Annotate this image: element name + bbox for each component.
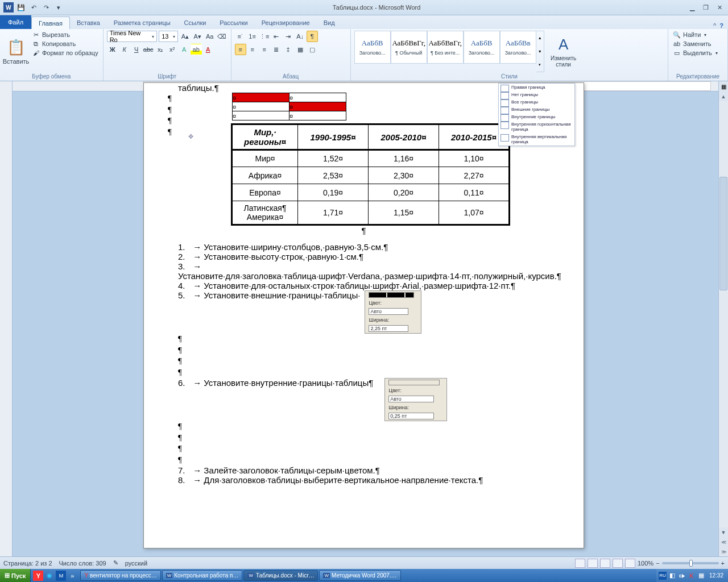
task-item-3[interactable]: WМетодичка Word 2007.… xyxy=(319,570,400,581)
redo-icon[interactable]: ↷ xyxy=(41,2,51,13)
tab-review[interactable]: Рецензирование xyxy=(255,16,317,29)
italic-button[interactable]: К xyxy=(119,44,130,55)
increase-indent-button[interactable]: ⇥ xyxy=(283,31,294,42)
border-menu-item[interactable]: Все границы xyxy=(499,98,574,106)
tray-icon-1[interactable]: ◧ xyxy=(668,572,676,580)
tab-references[interactable]: Ссылки xyxy=(177,16,213,29)
tab-mailings[interactable]: Рассылки xyxy=(213,16,254,29)
shrink-font-button[interactable]: A▾ xyxy=(192,31,203,42)
tray-icon-2[interactable]: 🕪 xyxy=(678,572,686,580)
highlight-button[interactable]: ab xyxy=(191,44,202,55)
font-name-combo[interactable]: Times New Ro▾ xyxy=(107,31,158,42)
subscript-button[interactable]: x₂ xyxy=(155,44,166,55)
justify-button[interactable]: ≣ xyxy=(271,44,282,55)
zoom-slider[interactable] xyxy=(662,562,719,564)
border-menu-item[interactable]: Внутренняя горизонтальная граница xyxy=(499,120,574,133)
bullets-button[interactable]: ≡˙ xyxy=(235,31,246,42)
decrease-indent-button[interactable]: ⇤ xyxy=(271,31,282,42)
task-item-1[interactable]: WКонтрольная работа п… xyxy=(162,570,243,581)
show-paragraph-marks-button[interactable]: ¶ xyxy=(307,31,318,42)
style-item-4[interactable]: АаБбВвЗаголово... xyxy=(500,31,536,64)
find-button[interactable]: 🔍Найти▾ xyxy=(672,31,719,39)
task-item-2[interactable]: WТаблицы.docx - Micr… xyxy=(243,570,318,581)
task-item-0[interactable]: Yвентилятор на процесс… xyxy=(80,570,160,581)
change-case-button[interactable]: Aa xyxy=(204,31,215,42)
ruler-toggle[interactable]: ▦ xyxy=(718,81,728,92)
style-item-2[interactable]: АаБбВвГг,¶ Без инте... xyxy=(427,31,464,64)
line-spacing-button[interactable]: ‡ xyxy=(283,44,294,55)
grow-font-button[interactable]: A▴ xyxy=(180,31,191,42)
style-scroll[interactable]: ▲▼▾ xyxy=(536,31,544,72)
tab-page-layout[interactable]: Разметка страницы xyxy=(107,16,177,29)
start-button[interactable]: ⊞ Пуск xyxy=(0,569,31,582)
vertical-scrollbar[interactable]: ▲ ▼ ≪ ≫ xyxy=(718,92,728,556)
align-right-button[interactable]: ≡ xyxy=(259,44,270,55)
tab-insert[interactable]: Вставка xyxy=(70,16,107,29)
word-icon[interactable]: W xyxy=(3,2,14,13)
border-menu-item[interactable]: Нет границы xyxy=(499,91,574,98)
tray-icon-3[interactable]: K xyxy=(688,572,696,580)
bold-button[interactable]: Ж xyxy=(107,44,118,55)
border-menu-item[interactable]: Внутренние границы xyxy=(499,113,574,120)
style-item-1[interactable]: АаБбВвГг,¶ Обычный xyxy=(391,31,427,64)
scroll-down-icon[interactable]: ▼ xyxy=(719,527,728,537)
clock[interactable]: 12:32 xyxy=(707,572,726,579)
border-menu-item[interactable]: Внутренняя вертикальная граница xyxy=(499,133,574,146)
strikethrough-button[interactable]: abc xyxy=(143,44,154,55)
view-print-layout-button[interactable] xyxy=(575,559,585,568)
lang-indicator[interactable]: RU xyxy=(659,572,667,580)
tab-home[interactable]: Главная xyxy=(31,16,70,29)
clear-formatting-button[interactable]: ⌫ xyxy=(217,31,228,42)
view-outline-button[interactable] xyxy=(613,559,623,568)
scroll-up-icon[interactable]: ▲ xyxy=(719,92,728,101)
border-menu-item[interactable]: Правая граница xyxy=(499,84,574,91)
sort-button[interactable]: A↓ xyxy=(295,31,306,42)
borders-button[interactable]: ▢ xyxy=(307,44,318,55)
undo-icon[interactable]: ↶ xyxy=(28,2,39,13)
multilevel-list-button[interactable]: ⋮≡ xyxy=(259,31,270,42)
status-language[interactable]: русский xyxy=(125,560,147,567)
font-color-button[interactable]: A xyxy=(202,44,214,55)
ribbon-minimize-icon[interactable]: ^ xyxy=(713,22,716,29)
status-page[interactable]: Страница: 2 из 2 xyxy=(3,560,52,567)
shading-button[interactable]: ▦ xyxy=(295,44,306,55)
cut-button[interactable]: ✂Вырезать xyxy=(31,31,100,39)
font-size-combo[interactable]: 13▾ xyxy=(159,31,178,42)
page-content[interactable]: таблицы.¶ ¤¤ ¤¤ ¤¤ ¶¶¶¶ Правая граница Н… xyxy=(144,83,584,502)
align-center-button[interactable]: ≡ xyxy=(247,44,258,55)
help-icon[interactable]: ? xyxy=(719,22,723,29)
tray-icon-4[interactable]: ▦ xyxy=(697,572,705,580)
tab-view[interactable]: Вид xyxy=(317,16,342,29)
vertical-ruler[interactable] xyxy=(0,81,13,556)
border-menu-item[interactable]: Внешние границы xyxy=(499,106,574,113)
table-move-handle-icon[interactable]: ✥ xyxy=(188,133,193,140)
ql-expand-icon[interactable]: » xyxy=(67,571,77,581)
change-styles-button[interactable]: A Изменить стили xyxy=(547,31,581,72)
zoom-out-button[interactable]: − xyxy=(656,560,659,567)
status-word-count[interactable]: Число слов: 309 xyxy=(59,560,106,567)
underline-button[interactable]: Ч xyxy=(131,44,142,55)
style-item-3[interactable]: АаБбВЗаголово... xyxy=(464,31,500,64)
text-effects-button[interactable]: A xyxy=(179,44,190,55)
zoom-value[interactable]: 100% xyxy=(638,560,653,567)
copy-button[interactable]: ⧉Копировать xyxy=(31,40,100,48)
ql-yandex-icon[interactable]: Y xyxy=(33,571,43,581)
ql-mail-icon[interactable]: M xyxy=(56,571,66,581)
paste-button[interactable]: 📋 Вставить xyxy=(3,31,28,72)
save-icon[interactable]: 💾 xyxy=(16,2,26,13)
minimize-icon[interactable]: ▁ xyxy=(686,3,698,12)
next-page-icon[interactable]: ≫ xyxy=(719,547,728,556)
qat-customize-icon[interactable]: ▾ xyxy=(53,2,64,13)
proofing-icon[interactable]: ✎ xyxy=(113,559,118,567)
view-draft-button[interactable] xyxy=(625,559,635,568)
select-button[interactable]: ▭Выделить▾ xyxy=(672,49,719,57)
ql-browser-icon[interactable]: ◉ xyxy=(44,571,55,581)
prev-page-icon[interactable]: ≪ xyxy=(719,537,728,547)
style-gallery[interactable]: АаБбВЗаголово... АаБбВвГг,¶ Обычный АаБб… xyxy=(354,31,544,72)
style-item-0[interactable]: АаБбВЗаголово... xyxy=(354,31,391,64)
file-tab[interactable]: Файл xyxy=(0,15,31,29)
scroll-thumb[interactable] xyxy=(719,177,727,290)
view-web-layout-button[interactable] xyxy=(600,559,610,568)
align-left-button[interactable]: ≡ xyxy=(235,44,246,55)
view-full-screen-button[interactable] xyxy=(588,559,598,568)
